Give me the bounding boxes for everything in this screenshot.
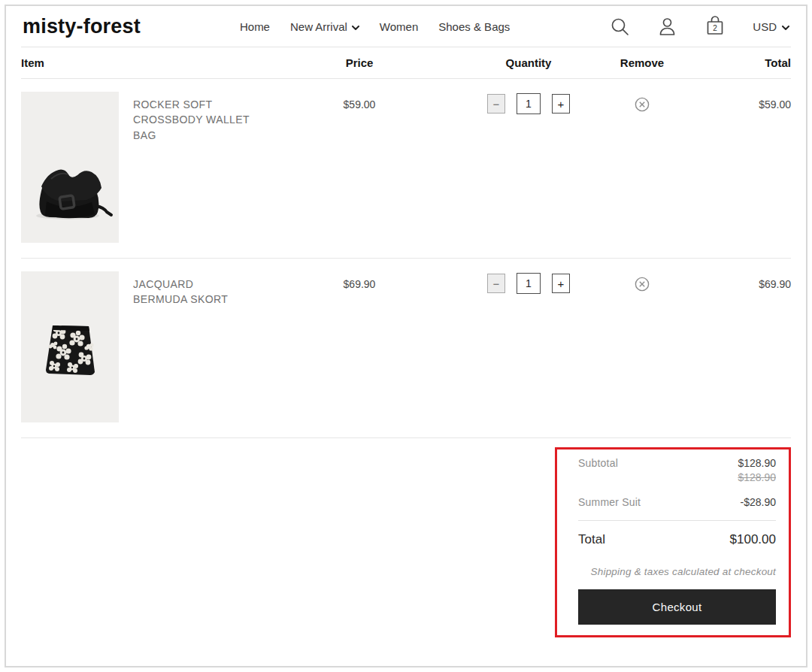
product-title[interactable]: ROCKER SOFT CROSSBODY WALLET BAG: [133, 97, 250, 243]
subtotal-label: Subtotal: [578, 457, 618, 469]
nav-item-shoes-bags[interactable]: Shoes & Bags: [438, 20, 510, 33]
user-account-icon[interactable]: [657, 17, 677, 37]
order-summary-highlight-box: Subtotal $128.90 $128.90 Summer Suit -$2…: [555, 447, 791, 637]
summary-divider: [578, 520, 776, 521]
subtotal-original-strikethrough: $128.90: [578, 471, 776, 483]
chevron-down-icon: [352, 20, 359, 33]
column-header-item: Item: [21, 56, 269, 69]
page-frame: misty-forest Home New Arrival Women Shoe…: [5, 5, 807, 667]
cart-bag-icon[interactable]: 2: [704, 15, 726, 38]
subtotal-row: Subtotal $128.90: [578, 457, 776, 469]
chevron-down-icon: [782, 20, 789, 33]
quantity-input[interactable]: [517, 273, 541, 294]
quantity-stepper: − +: [487, 273, 570, 294]
subtotal-value: $128.90: [738, 457, 776, 469]
remove-item-icon[interactable]: [634, 96, 650, 113]
currency-selector[interactable]: USD: [753, 20, 789, 33]
checkout-button[interactable]: Checkout: [578, 589, 776, 625]
quantity-increase-button[interactable]: +: [552, 94, 570, 114]
main-nav: Home New Arrival Women Shoes & Bags: [240, 20, 510, 33]
shipping-taxes-note: Shipping & taxes calculated at checkout: [578, 566, 776, 577]
quantity-decrease-button[interactable]: −: [487, 274, 505, 293]
total-value: $100.00: [730, 532, 776, 547]
brand-logo[interactable]: misty-forest: [23, 15, 141, 38]
line-total: $69.90: [677, 271, 791, 290]
nav-label: New Arrival: [290, 20, 347, 33]
discount-row: Summer Suit -$28.90: [578, 496, 776, 508]
nav-item-women[interactable]: Women: [380, 20, 418, 33]
product-title[interactable]: JACQUARD BERMUDA SKORT: [133, 277, 250, 422]
product-price: $59.00: [269, 92, 450, 110]
product-image-bag[interactable]: [21, 92, 119, 243]
column-header-total: Total: [677, 56, 791, 69]
search-icon[interactable]: [610, 17, 630, 37]
total-label: Total: [578, 532, 605, 547]
site-header: misty-forest Home New Arrival Women Shoe…: [21, 6, 791, 47]
discount-value: -$28.90: [741, 496, 776, 508]
quantity-input[interactable]: [517, 93, 541, 114]
discount-label: Summer Suit: [578, 496, 641, 508]
product-image-skort[interactable]: [21, 271, 119, 422]
cart-row-skort: JACQUARD BERMUDA SKORT $69.90 − +: [21, 259, 791, 438]
line-total: $59.00: [677, 92, 791, 110]
quantity-increase-button[interactable]: +: [552, 274, 570, 293]
quantity-stepper: − +: [487, 93, 570, 114]
product-price: $69.90: [269, 271, 450, 290]
cart-row-bag: ROCKER SOFT CROSSBODY WALLET BAG $59.00 …: [21, 79, 791, 259]
cart-table-header: Item Price Quantity Remove Total: [21, 47, 791, 79]
header-actions: 2 USD: [610, 15, 789, 38]
nav-label: Women: [380, 20, 418, 33]
currency-label: USD: [753, 20, 777, 33]
column-header-remove: Remove: [607, 56, 677, 69]
column-header-price: Price: [269, 56, 450, 69]
nav-label: Home: [240, 20, 270, 33]
quantity-decrease-button[interactable]: −: [487, 94, 505, 114]
cart-count-badge: 2: [714, 24, 718, 32]
nav-item-new-arrival[interactable]: New Arrival: [290, 20, 359, 33]
total-row: Total $100.00: [578, 532, 776, 547]
nav-label: Shoes & Bags: [438, 20, 510, 33]
remove-item-icon[interactable]: [634, 276, 650, 292]
nav-item-home[interactable]: Home: [240, 20, 270, 33]
column-header-quantity: Quantity: [450, 56, 607, 69]
